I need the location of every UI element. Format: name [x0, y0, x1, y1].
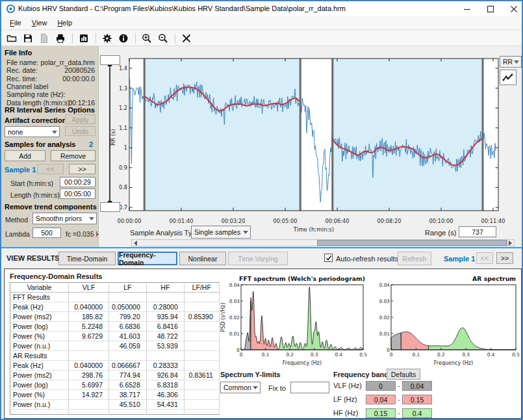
print-icon — [55, 33, 66, 44]
file-info-value: 20080526 — [64, 66, 95, 74]
svg-text:00:05:00: 00:05:00 — [274, 218, 298, 224]
toolbar-save-button[interactable] — [20, 32, 36, 45]
sample-next-button[interactable]: >> — [69, 164, 96, 174]
table-header: HF — [146, 283, 184, 293]
svg-text:0: 0 — [240, 352, 243, 358]
samplenav-next-button[interactable]: >> — [496, 252, 513, 264]
range-label: Range (s) — [425, 229, 456, 237]
window-title: Kubios HRV Standard - C:\Program Files\K… — [18, 5, 346, 12]
toolbar-print-button[interactable] — [53, 32, 68, 45]
toolbar-zoom-out-button[interactable] — [155, 32, 171, 45]
tab-nonlinear[interactable]: Nonlinear — [179, 252, 226, 265]
minimize-button[interactable] — [456, 1, 478, 16]
length-input[interactable]: 00:05:00 — [60, 189, 96, 199]
table-header: LF/HF — [184, 283, 219, 293]
check-icon — [325, 255, 332, 261]
lf-high-input[interactable]: 0.15 — [402, 395, 432, 404]
row-value: 48.722 — [146, 332, 184, 341]
analysis-type-label: Sample Analysis Type — [130, 229, 199, 237]
toolbar-zoom-in-button[interactable] — [139, 32, 155, 45]
row-value: 9.6729 — [69, 332, 109, 341]
band-label-lf: LF (Hz) — [333, 395, 357, 403]
vlf-low-input[interactable]: 0 — [366, 381, 396, 391]
range-input[interactable]: 737 — [459, 226, 496, 237]
svg-text:0.2: 0.2 — [286, 352, 294, 358]
rr-tachogram-chart[interactable]: 1.41.31.21.110.90.80.700:00:0000:01:4000… — [99, 46, 523, 248]
analysis-type-value: Single samples — [194, 228, 240, 236]
fix-to-input[interactable] — [290, 382, 329, 393]
maximize-button[interactable] — [479, 1, 502, 16]
scrollbar-thumb[interactable] — [317, 240, 507, 246]
file-info-label: Rec. time: — [6, 75, 37, 83]
frequency-bands-label: Frequency bands — [333, 371, 392, 378]
tab-time-varying: Time-Varying — [228, 252, 288, 265]
sample-boundary-handle — [144, 59, 146, 211]
chart-title: AR spectrum — [472, 275, 516, 282]
toolbar-close-sample-button[interactable] — [179, 32, 194, 45]
toolbar-settings-button[interactable] — [99, 32, 115, 45]
toolbar-separator — [96, 33, 96, 44]
view-results-label: VIEW RESULTS — [6, 254, 60, 262]
chart-scrollbar[interactable] — [131, 239, 515, 246]
hf-low-input[interactable]: 0.15 — [366, 408, 396, 418]
ylimit-top-input[interactable] — [100, 55, 120, 65]
svg-text:1.2: 1.2 — [119, 105, 127, 111]
frequency-table: VariableVLFLFHFLF/HFFFT ResultsPeak (Hz)… — [10, 282, 220, 415]
hf-high-input[interactable]: 0.4 — [402, 408, 432, 418]
menu-item-file[interactable]: File — [5, 18, 26, 28]
row-value: 0.040000 — [69, 361, 109, 371]
row-value — [69, 341, 109, 351]
row-value: 0.28000 — [146, 302, 184, 312]
spectrum-ylimits-dropdown[interactable]: Common — [220, 382, 261, 393]
start-input[interactable]: 00:00:29 — [60, 177, 96, 187]
sample-boundary-handle — [331, 59, 333, 211]
svg-text:0.1: 0.1 — [262, 352, 270, 358]
menu-item-view[interactable]: View — [27, 18, 52, 28]
remove-sample-button[interactable]: Remove — [51, 150, 96, 161]
chevron-down-icon — [514, 60, 519, 64]
tab-frequency-domain[interactable]: Frequency-Domain — [118, 252, 177, 265]
channel-dropdown[interactable]: RR — [500, 56, 522, 68]
row-label: Peak (Hz) — [10, 302, 69, 312]
svg-text:00:06:40: 00:06:40 — [325, 218, 350, 224]
toolbar-open-button[interactable] — [4, 32, 19, 45]
rr-options-header: RR Interval Series Options — [5, 106, 95, 114]
file-info-label: Sampling rate (Hz): — [6, 90, 65, 98]
table-empty-row — [10, 410, 220, 415]
results-panel: Frequency-Domain Results VariableVLFLFHF… — [4, 269, 522, 419]
vlf-high-input[interactable]: 0.04 — [402, 381, 432, 391]
defaults-button[interactable]: Defaults — [387, 369, 420, 380]
analysis-type-dropdown[interactable]: Single samples — [191, 226, 251, 239]
toolbar-separator — [135, 33, 136, 44]
table-row: Power (n.u.)45.51054.431 — [10, 400, 220, 410]
frequency-domain-table: VariableVLFLFHFLF/HFFFT ResultsPeak (Hz)… — [10, 282, 220, 415]
svg-text:0.8: 0.8 — [119, 184, 127, 190]
rr-plot-area: 1.41.31.21.110.90.80.700:00:0000:01:4000… — [99, 46, 523, 247]
toolbar-about-button[interactable] — [116, 32, 131, 45]
scroll-left-arrow[interactable] — [133, 240, 138, 246]
row-value — [146, 351, 184, 361]
band-label-hf: HF (Hz) — [333, 409, 359, 417]
lf-low-input[interactable]: 0.04 — [366, 395, 396, 404]
plot-style-button[interactable] — [500, 70, 517, 85]
lambda-label: Lambda — [5, 230, 30, 238]
ylimit-bottom-input[interactable] — [100, 202, 120, 212]
artifact-correction-dropdown[interactable]: none — [5, 126, 60, 137]
channel-value: RR — [503, 58, 513, 66]
row-value: 298.76 — [69, 371, 109, 380]
close-button[interactable] — [503, 1, 523, 16]
band-dash: - — [398, 395, 400, 403]
tab-time-domain[interactable]: Time-Domain — [58, 252, 116, 265]
method-dropdown[interactable]: Smoothn priors — [32, 213, 97, 224]
menu-item-help[interactable]: Help — [53, 18, 77, 28]
row-label: FFT Results — [10, 293, 69, 302]
svg-text:0.9: 0.9 — [119, 164, 127, 171]
row-value: 0.066667 — [109, 361, 147, 371]
add-sample-button[interactable]: Add — [5, 150, 45, 161]
lambda-input[interactable]: 500 — [32, 228, 61, 238]
autorefresh-checkbox[interactable] — [324, 254, 333, 262]
scroll-right-arrow[interactable] — [507, 240, 513, 246]
toolbar-results-view-button[interactable] — [76, 32, 92, 45]
close-sample-icon — [181, 33, 192, 44]
artifact-correction-label: Artifact correction — [5, 116, 66, 124]
